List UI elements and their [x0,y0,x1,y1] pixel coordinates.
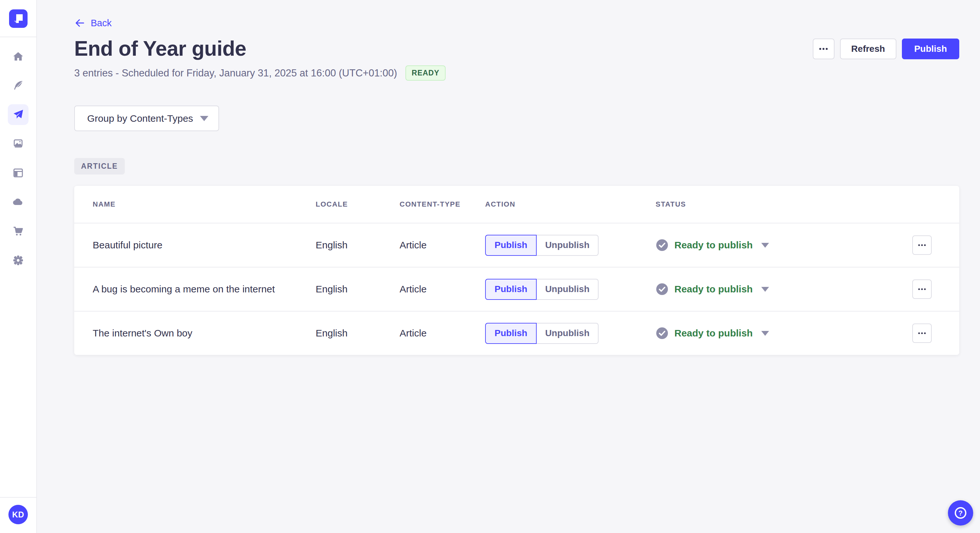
sidebar-bottom: KD [0,497,36,533]
row-more-button[interactable] [912,324,932,343]
column-header-action: ACTION [485,200,655,209]
entry-name: Beautiful picture [93,240,316,251]
back-label: Back [91,18,111,29]
sidebar-item-releases[interactable] [8,104,29,125]
table-row: Beautiful picture English Article Publis… [74,223,959,267]
action-toggle: Publish Unpublish [485,323,655,344]
page-header: End of Year guide 3 entries - Scheduled … [74,37,959,81]
check-circle-icon [655,283,668,296]
column-header-locale: LOCALE [316,200,399,209]
paper-plane-icon [12,109,24,121]
pictures-icon [12,138,24,150]
group-by-select[interactable]: Group by Content-Types [74,106,219,131]
table-header-row: NAME LOCALE CONTENT-TYPE ACTION STATUS [74,186,959,223]
column-header-content-type: CONTENT-TYPE [399,200,485,209]
column-header-status: STATUS [655,200,912,209]
content-type-group-chip: ARTICLE [74,158,125,174]
chevron-down-icon [761,243,769,248]
main-content: Back End of Year guide 3 entries - Sched… [37,0,980,533]
back-link[interactable]: Back [74,17,111,29]
entry-content-type: Article [399,328,485,339]
action-toggle: Publish Unpublish [485,279,655,300]
help-button[interactable]: ? [948,500,973,525]
strapi-logo-icon [9,10,27,28]
ellipsis-icon [918,288,926,290]
action-toggle: Publish Unpublish [485,235,655,256]
entry-name: The internet's Own boy [93,328,316,339]
home-icon [12,51,24,62]
header-actions: Refresh Publish [813,38,959,59]
help-icon: ? [953,506,968,520]
sidebar-divider [0,36,37,37]
feather-icon [12,80,24,91]
user-avatar[interactable]: KD [8,505,28,524]
gear-icon [12,254,24,266]
entry-locale: English [316,240,399,251]
status-label: Ready to publish [675,284,753,295]
sidebar-item-home[interactable] [8,46,29,67]
publish-release-button[interactable]: Publish [902,38,959,59]
ellipsis-icon [819,47,828,51]
group-by-value: Group by Content-Types [87,113,193,124]
subtitle-row: 3 entries - Scheduled for Friday, Januar… [74,65,445,81]
sidebar-item-settings[interactable] [8,250,29,271]
status-dropdown[interactable]: Ready to publish [655,283,912,296]
column-header-name: NAME [93,200,316,209]
sidebar-item-content-type-builder[interactable] [8,163,29,183]
entry-locale: English [316,328,399,339]
entry-name: A bug is becoming a meme on the internet [93,284,316,295]
layout-icon [12,167,24,179]
sidebar-bottom-divider [0,497,37,498]
help-label: ? [958,509,963,517]
chevron-down-icon [761,287,769,292]
entry-content-type: Article [399,240,485,251]
status-badge: READY [406,65,445,81]
chevron-down-icon [761,331,769,336]
sidebar-item-marketplace[interactable] [8,221,29,241]
table-row: The internet's Own boy English Article P… [74,311,959,355]
entry-content-type: Article [399,284,485,295]
page-title: End of Year guide [74,37,445,60]
cart-icon [12,225,24,237]
ellipsis-icon [918,244,926,246]
chevron-down-icon [200,116,208,121]
back-row: Back [74,17,959,30]
cloud-icon [12,196,24,208]
strapi-logo[interactable] [9,10,27,28]
status-label: Ready to publish [675,328,753,339]
status-dropdown[interactable]: Ready to publish [655,327,912,339]
release-subtitle: 3 entries - Scheduled for Friday, Januar… [74,67,397,79]
check-circle-icon [655,239,668,252]
check-circle-icon [655,327,668,339]
row-unpublish-button[interactable]: Unpublish [537,235,598,256]
table-row: A bug is becoming a meme on the internet… [74,267,959,311]
row-publish-button[interactable]: Publish [485,279,537,300]
row-unpublish-button[interactable]: Unpublish [537,279,598,300]
status-dropdown[interactable]: Ready to publish [655,239,912,252]
row-publish-button[interactable]: Publish [485,235,537,256]
ellipsis-icon [918,332,926,335]
title-block: End of Year guide 3 entries - Scheduled … [74,37,445,81]
sidebar-item-media-library[interactable] [8,133,29,154]
sidebar-item-content-manager[interactable] [8,75,29,96]
entries-table-card: NAME LOCALE CONTENT-TYPE ACTION STATUS B… [74,186,959,355]
release-more-button[interactable] [813,38,835,59]
arrow-left-icon [74,17,85,29]
status-label: Ready to publish [675,240,753,251]
refresh-button[interactable]: Refresh [840,38,896,59]
sidebar: KD [0,0,37,533]
row-more-button[interactable] [912,279,932,299]
row-unpublish-button[interactable]: Unpublish [537,323,598,344]
row-publish-button[interactable]: Publish [485,323,537,344]
entry-locale: English [316,284,399,295]
sidebar-nav [8,46,29,271]
row-more-button[interactable] [912,235,932,255]
sidebar-item-deploy[interactable] [8,192,29,213]
